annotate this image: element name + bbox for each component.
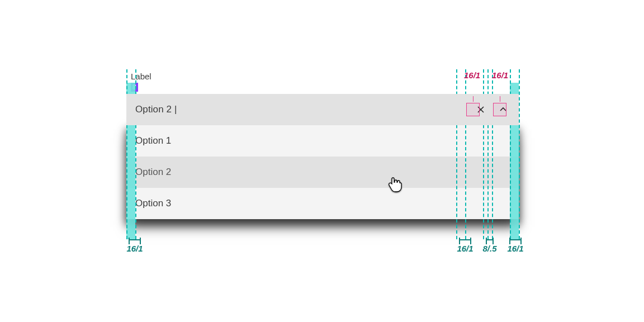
toggle-button[interactable] — [496, 103, 510, 116]
dim-right-pad: 16/1 — [505, 239, 525, 253]
combobox-option[interactable]: Option 1 — [126, 125, 519, 157]
combobox-option[interactable]: Option 3 — [126, 188, 519, 219]
combobox-option[interactable]: Option 2 — [126, 157, 519, 188]
combobox-field[interactable]: Option 2 | — [126, 94, 519, 125]
spacing-badge-8: 8 — [131, 83, 138, 92]
dim-gap-1: 16/1 — [455, 239, 475, 253]
dim-left-pad: 16/1 — [126, 239, 143, 253]
combobox-listbox: Option 1 Option 2 Option 3 — [126, 125, 519, 219]
close-icon — [476, 105, 485, 114]
chevron-up-icon — [499, 105, 508, 114]
clear-button[interactable] — [474, 103, 487, 116]
combobox-value: Option 2 | — [135, 104, 177, 115]
field-label: Label — [131, 72, 519, 82]
dim-gap-2: 8/.5 — [480, 239, 500, 253]
guide — [519, 69, 520, 239]
combobox-spec: Label 8 Option 2 | 16/1 16/1 — [126, 72, 519, 219]
